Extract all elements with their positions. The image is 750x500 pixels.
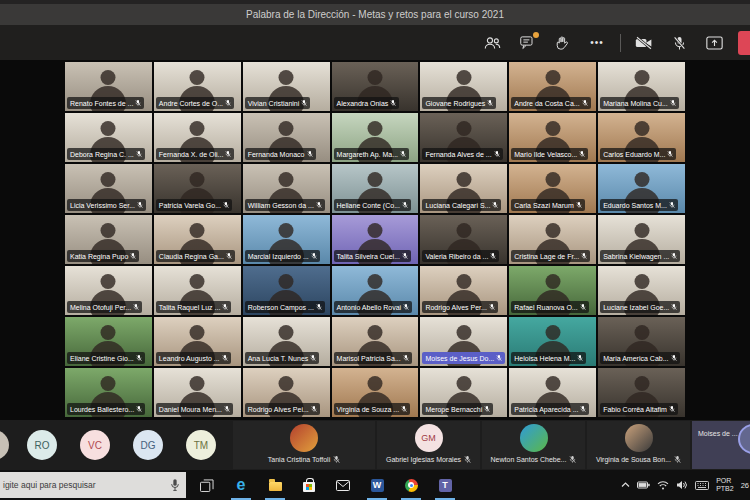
participant-tile[interactable]: Leandro Augusto ... <box>154 317 241 366</box>
participant-tile[interactable]: Mario Ilde Velasco... <box>509 113 596 162</box>
mic-muted-icon <box>224 405 230 413</box>
participant-tile[interactable]: Roberson Campos ... <box>243 266 330 315</box>
participant-tile[interactable]: Fernanda Alves de ... <box>420 113 507 162</box>
participant-tile[interactable]: Andre Cortes de O... <box>154 62 241 111</box>
camera-off-icon[interactable] <box>632 30 656 56</box>
battery-icon[interactable] <box>637 481 650 489</box>
participant-tile[interactable]: Fabio Corrêa Altafim <box>598 368 685 417</box>
participant-tile[interactable]: Valeria Ribeiro da ... <box>420 215 507 264</box>
participant-tile[interactable]: Andre da Costa Ca... <box>509 62 596 111</box>
bottom-participant-tile[interactable]: Virginia de Sousa Bon... <box>587 421 690 469</box>
participant-tile[interactable]: Renato Fontes de ... <box>65 62 152 111</box>
participant-tile[interactable]: Moises de Jesus Do... <box>420 317 507 366</box>
participant-tile[interactable]: Lourdes Ballestero... <box>65 368 152 417</box>
participant-tile[interactable]: Licia Verissimo Ser... <box>65 164 152 213</box>
participant-name: Merope Bernacchi <box>425 406 482 413</box>
wifi-icon[interactable] <box>657 480 669 490</box>
participant-tile[interactable]: Patricia Aparecida ... <box>509 368 596 417</box>
participant-tile[interactable]: Vivian Cristianini <box>243 62 330 111</box>
chrome-icon[interactable] <box>394 470 428 500</box>
participant-tile[interactable]: Fernanda X. de Oli... <box>154 113 241 162</box>
participant-tile[interactable]: Maria America Cab... <box>598 317 685 366</box>
participant-tile[interactable]: Marcial Izquierdo ... <box>243 215 330 264</box>
leave-button[interactable] <box>738 31 750 55</box>
participant-nameplate: Fabio Corrêa Altafim <box>600 403 678 415</box>
participant-tile[interactable]: Mariana Molina Cu... <box>598 62 685 111</box>
participant-tile[interactable]: Eduardo Santos M... <box>598 164 685 213</box>
participant-tile[interactable]: Patricia Varela Go... <box>154 164 241 213</box>
participant-tile[interactable]: Fernanda Monaco <box>243 113 330 162</box>
share-screen-icon[interactable] <box>702 30 726 56</box>
mic-muted-icon <box>135 99 141 107</box>
mic-muted-icon <box>576 201 582 209</box>
mic-muted-icon <box>133 303 139 311</box>
mic-muted-icon <box>137 201 143 209</box>
participant-tile[interactable]: Margareth Ap. Ma... <box>332 113 419 162</box>
raise-hand-icon[interactable] <box>550 30 574 56</box>
participant-tile[interactable]: Cristina Lage de Fr... <box>509 215 596 264</box>
search-mic-icon[interactable] <box>170 478 180 494</box>
more-options-icon[interactable]: ••• <box>585 30 609 56</box>
participant-tile[interactable]: William Gesson da ... <box>243 164 330 213</box>
participant-tile[interactable]: Rodrigo Alves Per... <box>420 266 507 315</box>
participant-tile[interactable]: Talita Raquel Luz ... <box>154 266 241 315</box>
participant-tile[interactable]: Antonio Abello Rovai <box>332 266 419 315</box>
participant-tile[interactable]: Talita Silveira Cuel... <box>332 215 419 264</box>
chevron-up-icon[interactable] <box>621 482 630 488</box>
teams-meeting-window: Palabra de la Dirección - Metas y retos … <box>0 0 750 500</box>
video-stage: Renato Fontes de ...Andre Cortes de O...… <box>0 60 750 420</box>
participant-tile[interactable]: Hellane Conte (Co... <box>332 164 419 213</box>
participant-name: Moises de ... <box>698 430 738 437</box>
participant-avatar-tm[interactable]: TM <box>186 430 216 460</box>
participants-icon[interactable] <box>480 30 504 56</box>
mic-off-icon[interactable] <box>667 30 691 56</box>
participant-name: Cristina Lage de Fr... <box>514 253 579 260</box>
chat-icon[interactable] <box>515 30 539 56</box>
participant-avatar-ro[interactable]: RO <box>27 430 57 460</box>
keyboard-icon[interactable] <box>695 481 709 490</box>
participant-tile[interactable]: Daniel Moura Men... <box>154 368 241 417</box>
store-icon[interactable] <box>292 470 326 500</box>
participant-tile[interactable]: Merope Bernacchi <box>420 368 507 417</box>
participant-tile[interactable]: Carla Szazi Marum <box>509 164 596 213</box>
participant-tile[interactable]: Carlos Eduardo M... <box>598 113 685 162</box>
bottom-participant-tile[interactable]: Tania Cristina Toffoli <box>233 421 375 469</box>
participant-avatar-vc[interactable]: VC <box>80 430 110 460</box>
participant-name: Mario Ilde Velasco... <box>514 151 577 158</box>
participant-tile[interactable]: Luciane Izabel Goe... <box>598 266 685 315</box>
file-explorer-icon[interactable] <box>258 470 292 500</box>
participant-grid: Renato Fontes de ...Andre Cortes de O...… <box>65 62 685 418</box>
participant-tile[interactable]: Sabrina Kielwagen ... <box>598 215 685 264</box>
participant-tile[interactable]: Melina Otofuji Per... <box>65 266 152 315</box>
bottom-participant-tile[interactable]: GMGabriel Iglesias Morales <box>377 421 480 469</box>
participant-name: Rodrigo Alves Pei... <box>248 406 309 413</box>
participant-tile[interactable]: Claudia Regina Ga... <box>154 215 241 264</box>
participant-tile[interactable]: Katia Regina Pupo <box>65 215 152 264</box>
participant-nameplate: Carla Szazi Marum <box>511 199 585 211</box>
language-indicator[interactable]: PORPTB2 <box>716 477 734 494</box>
participant-tile[interactable]: Ana Lucia T. Nunes <box>243 317 330 366</box>
participant-tile[interactable]: Eliane Cristine Gio... <box>65 317 152 366</box>
participant-tile[interactable]: Debora Regina C. ... <box>65 113 152 162</box>
taskbar-search-box[interactable]: igite aqui para pesquisar <box>0 472 186 498</box>
task-view-icon[interactable] <box>190 470 224 500</box>
edge-icon[interactable]: e <box>224 470 258 500</box>
participant-tile[interactable]: Luciana Calegari S... <box>420 164 507 213</box>
volume-icon[interactable] <box>676 480 688 490</box>
participant-tile[interactable]: Giovane Rodrigues <box>420 62 507 111</box>
bottom-participant-tile[interactable]: Moises de ... <box>692 421 750 469</box>
bottom-participant-tile[interactable]: Newton Santos Chebe... <box>482 421 585 469</box>
mail-icon[interactable] <box>326 470 360 500</box>
teams-icon[interactable]: T <box>428 470 462 500</box>
participant-tile[interactable]: Alexandra Onias <box>332 62 419 111</box>
participant-tile[interactable]: Heloisa Helena M... <box>509 317 596 366</box>
mic-muted-icon <box>223 201 229 209</box>
participant-name: Andre Cortes de O... <box>159 100 223 107</box>
word-icon[interactable]: W <box>360 470 394 500</box>
participant-tile[interactable]: Marisol Patricia Sa... <box>332 317 419 366</box>
participant-avatar-dg[interactable]: DG <box>133 430 163 460</box>
participant-nameplate: Virginia de Sousa Bon... <box>596 455 681 464</box>
participant-tile[interactable]: Virginia de Souza ... <box>332 368 419 417</box>
participant-tile[interactable]: Rafael Ruanova O... <box>509 266 596 315</box>
participant-tile[interactable]: Rodrigo Alves Pei... <box>243 368 330 417</box>
